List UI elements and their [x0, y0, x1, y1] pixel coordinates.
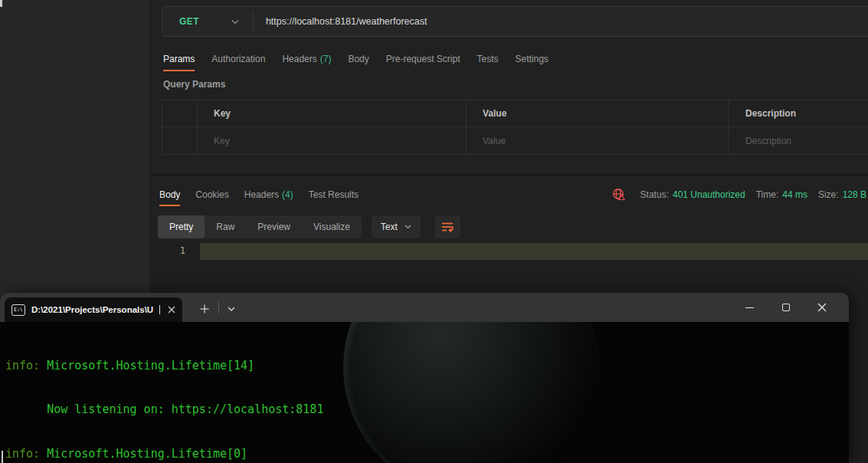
globe-warning-icon[interactable] [612, 188, 625, 201]
tab-title-truncation-bar [159, 305, 160, 314]
terminal-log: info: Microsoft.Hosting.Lifetime[14] Now… [5, 329, 649, 463]
column-header-description: Description [729, 100, 868, 126]
tab-dropdown-button[interactable] [221, 297, 241, 320]
cmd-icon: C:\ [11, 304, 25, 316]
maximize-button[interactable] [768, 293, 804, 322]
table-row: Key Value Description [162, 127, 868, 154]
terminal-title-bar[interactable]: C:\ D:\2021\Projects\Personals\U [0, 293, 849, 322]
value-input[interactable]: Value [466, 127, 729, 154]
request-tabs: Params Authorization Headers(7) Body Pre… [163, 46, 549, 71]
window-controls [732, 293, 840, 322]
method-selector[interactable]: GET [162, 16, 199, 27]
tab-tests[interactable]: Tests [477, 46, 498, 71]
row-handle-column [162, 100, 197, 126]
close-button[interactable] [804, 293, 840, 322]
log-line: info: Microsoft.Hosting.Lifetime[0] [5, 447, 649, 461]
query-params-title: Query Params [163, 79, 225, 90]
view-tab-preview[interactable]: Preview [246, 215, 302, 238]
terminal-window: C:\ D:\2021\Projects\Personals\U [0, 293, 849, 463]
response-tab-test-results[interactable]: Test Results [309, 182, 359, 206]
minimize-icon [745, 307, 754, 308]
tab-headers[interactable]: Headers(7) [282, 46, 331, 71]
new-tab-button[interactable] [193, 297, 216, 320]
text-wrap-icon [441, 222, 454, 232]
response-tab-cookies[interactable]: Cookies [195, 182, 228, 206]
response-section-divider [152, 174, 868, 176]
query-params-table: Key Value Description Key Value Descript… [162, 100, 868, 155]
close-icon [817, 303, 827, 312]
chevron-down-icon[interactable] [231, 19, 239, 25]
view-tab-pretty[interactable]: Pretty [158, 215, 205, 238]
editor-line-number: 1 [173, 245, 185, 256]
view-tab-raw[interactable]: Raw [205, 215, 246, 238]
status-badge: Status: 401 Unauthorized [640, 189, 745, 200]
terminal-content[interactable]: info: Microsoft.Hosting.Lifetime[14] Now… [0, 322, 849, 463]
log-line: info: Microsoft.Hosting.Lifetime[14] [5, 359, 649, 373]
response-tab-headers[interactable]: Headers(4) [244, 182, 293, 206]
url-input[interactable]: https://localhost:8181/weatherforecast [266, 16, 427, 27]
format-select[interactable]: Text [372, 215, 421, 238]
url-bar-divider [253, 12, 254, 31]
tab-authorization[interactable]: Authorization [211, 46, 265, 71]
tab-pre-request-script[interactable]: Pre-request Script [386, 46, 460, 71]
response-tabs: Body Cookies Headers(4) Test Results [159, 182, 359, 206]
terminal-cursor [2, 451, 3, 463]
maximize-icon [782, 304, 790, 311]
request-url-bar: GET https://localhost:8181/weatherforeca… [162, 6, 868, 37]
tab-close-icon[interactable] [168, 306, 175, 314]
table-header-row: Key Value Description [162, 100, 868, 127]
tab-settings[interactable]: Settings [516, 46, 549, 71]
column-header-value: Value [466, 100, 729, 126]
log-line: Now listening on: https://localhost:8181 [5, 402, 649, 417]
row-handle-column [162, 127, 197, 154]
terminal-tab[interactable]: C:\ D:\2021\Projects\Personals\U [5, 297, 182, 322]
column-header-key: Key [197, 100, 466, 126]
terminal-tab-title: D:\2021\Projects\Personals\U [31, 305, 153, 314]
chevron-down-icon [405, 225, 411, 229]
description-input[interactable]: Description [729, 127, 868, 154]
tab-bar-separator [218, 302, 219, 314]
response-view-row: Pretty Raw Preview Visualize Text [158, 215, 460, 238]
size-badge: Size: 128 B [818, 189, 866, 200]
key-input[interactable]: Key [197, 127, 466, 154]
response-meta: Status: 401 Unauthorized Time: 44 ms Siz… [612, 182, 866, 206]
time-badge: Time: 44 ms [756, 189, 807, 200]
view-tab-visualize[interactable]: Visualize [302, 215, 362, 238]
wrap-text-button[interactable] [435, 215, 460, 238]
tab-params[interactable]: Params [163, 46, 195, 71]
sidebar-edge-artifact [0, 0, 2, 7]
response-tab-body[interactable]: Body [159, 182, 180, 206]
tab-body[interactable]: Body [348, 46, 368, 71]
minimize-button[interactable] [732, 293, 768, 322]
editor-highlighted-line[interactable] [200, 243, 868, 260]
view-mode-segmented-control: Pretty Raw Preview Visualize [158, 215, 362, 238]
